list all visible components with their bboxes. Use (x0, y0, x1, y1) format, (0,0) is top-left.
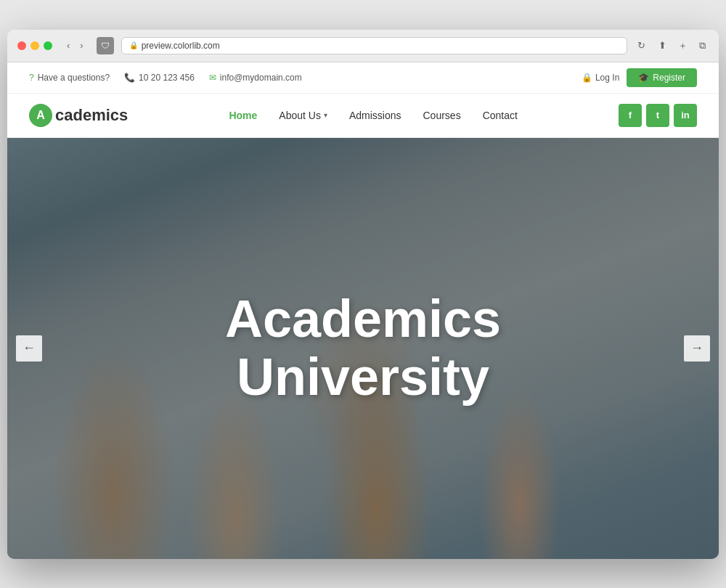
nav-item-home[interactable]: Home (229, 109, 257, 122)
login-button[interactable]: 🔒 Log In (582, 73, 619, 83)
nav-item-admissions[interactable]: Admissions (349, 109, 401, 122)
dot-minimize[interactable] (30, 41, 39, 50)
linkedin-button[interactable]: in (674, 104, 697, 127)
hero-title-line1: Academics (225, 290, 501, 348)
facebook-button[interactable]: f (619, 104, 642, 127)
address-bar[interactable]: 🔒 preview.colorlib.com (121, 37, 627, 54)
forward-button[interactable]: › (77, 38, 86, 52)
top-bar: ? Have a questions? 📞 10 20 123 456 ✉ in… (7, 62, 719, 94)
nav-link-courses[interactable]: Courses (423, 110, 461, 121)
logo: A cademics (29, 104, 128, 127)
question-item: ? Have a questions? (29, 73, 110, 83)
lock-icon: 🔒 (129, 41, 138, 49)
hero-next-button[interactable]: → (684, 335, 710, 362)
register-button[interactable]: 🎓 Register (627, 68, 697, 87)
logo-text: cademics (55, 106, 128, 125)
social-nav: f t in (619, 104, 697, 127)
share-button[interactable]: ⬆ (656, 38, 669, 54)
phone-item: 📞 10 20 123 456 (124, 73, 195, 83)
logo-circle: A (29, 104, 52, 127)
url-text: preview.colorlib.com (142, 41, 220, 51)
dot-fullscreen[interactable] (44, 41, 52, 50)
main-nav: A cademics Home About Us Admissions Cour… (7, 94, 719, 138)
question-text: Have a questions? (38, 73, 110, 83)
top-bar-left: ? Have a questions? 📞 10 20 123 456 ✉ in… (29, 73, 302, 83)
new-tab-button[interactable]: ＋ (675, 38, 690, 54)
nav-link-contact[interactable]: Contact (483, 110, 518, 121)
lock-icon: 🔒 (582, 73, 592, 83)
phone-text: 10 20 123 456 (139, 73, 195, 83)
email-item: ✉ info@mydomain.com (209, 73, 302, 83)
hero-section: Academics University ← → (7, 138, 719, 559)
back-button[interactable]: ‹ (64, 38, 73, 52)
refresh-button[interactable]: ↻ (635, 38, 648, 52)
nav-item-contact[interactable]: Contact (483, 109, 518, 122)
email-text: info@mydomain.com (220, 73, 302, 83)
hero-prev-button[interactable]: ← (16, 335, 42, 362)
email-icon: ✉ (209, 73, 216, 83)
arrow-left-icon: ← (23, 340, 36, 356)
nav-link-admissions[interactable]: Admissions (349, 110, 401, 121)
nav-link-about[interactable]: About Us (279, 110, 327, 121)
phone-icon: 📞 (124, 73, 135, 83)
browser-toolbar: ‹ › 🛡 🔒 preview.colorlib.com ↻ ⬆ ＋ ⧉ (7, 30, 719, 62)
logo-letter: A (36, 109, 45, 122)
twitter-button[interactable]: t (646, 104, 669, 127)
hero-title-line2: University (237, 348, 489, 406)
tabs-button[interactable]: ⧉ (696, 38, 709, 54)
hero-content: Academics University (7, 138, 719, 559)
nav-link-home[interactable]: Home (229, 110, 257, 121)
nav-item-about[interactable]: About Us (279, 110, 327, 121)
register-icon: 🎓 (638, 73, 649, 83)
browser-dots (17, 41, 52, 50)
register-label: Register (653, 73, 685, 83)
browser-window: ‹ › 🛡 🔒 preview.colorlib.com ↻ ⬆ ＋ ⧉ ? H… (7, 30, 719, 559)
shield-icon: 🛡 (97, 37, 114, 54)
nav-links: Home About Us Admissions Courses Contact (229, 109, 517, 122)
arrow-right-icon: → (690, 340, 703, 356)
top-bar-right: 🔒 Log In 🎓 Register (582, 68, 697, 87)
login-label: Log In (595, 73, 619, 83)
browser-controls: ‹ › (64, 38, 86, 52)
browser-actions: ⬆ ＋ ⧉ (656, 38, 709, 54)
question-icon: ? (29, 73, 34, 83)
dot-close[interactable] (17, 41, 26, 50)
hero-title: Academics University (225, 290, 501, 405)
nav-item-courses[interactable]: Courses (423, 109, 461, 122)
website-content: ? Have a questions? 📞 10 20 123 456 ✉ in… (7, 62, 719, 559)
